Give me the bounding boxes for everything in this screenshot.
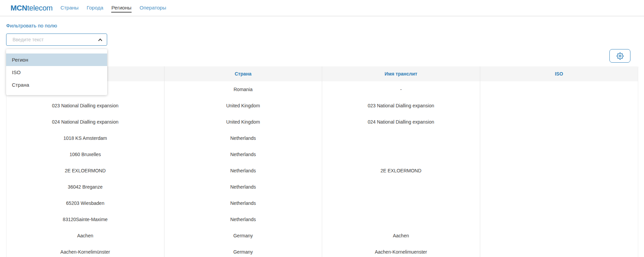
cell-region: 1060 Bruxelles: [6, 146, 164, 163]
cell-iso: [480, 114, 638, 130]
cell-iso: [480, 81, 638, 98]
table-row[interactable]: 1060 BruxellesNetherlands: [6, 146, 638, 163]
cell-iso: [480, 179, 638, 195]
nav-item-operators[interactable]: Операторы: [139, 3, 167, 13]
table-row[interactable]: 83120Sainte-MaximeNetherlands: [6, 211, 638, 228]
cell-region: 83120Sainte-Maxime: [6, 211, 164, 228]
table-row[interactable]: Aachen-KornelimünsterGermanyAachen-Korne…: [6, 244, 638, 257]
cell-country: Netherlands: [164, 179, 323, 195]
cell-country: Germany: [164, 228, 323, 244]
dropdown-option-region[interactable]: Регион: [6, 53, 107, 66]
top-nav-bar: MCNtelecom СтраныГородаРегионыОператоры: [0, 0, 644, 16]
cell-country: United Kingdom: [164, 114, 323, 130]
table-row[interactable]: AachenGermanyAachen: [6, 228, 638, 244]
table-row[interactable]: 1018 KS AmsterdamNetherlands: [6, 130, 638, 146]
cell-country: Netherlands: [164, 211, 323, 228]
cell-region: 023 National Dialling expansion: [6, 98, 164, 114]
chevron-up-icon[interactable]: [98, 37, 103, 42]
table-row[interactable]: 36042 BreganzeNetherlands: [6, 179, 638, 195]
dropdown-option-country[interactable]: Страна: [6, 79, 107, 91]
cell-iso: [480, 195, 638, 211]
filter-field-combobox[interactable]: [6, 34, 107, 46]
cell-name-translit: [322, 146, 480, 163]
brand-logo-bold: MCN: [11, 4, 27, 12]
cell-iso: [480, 98, 638, 114]
cell-name-translit: [322, 179, 480, 195]
table-row[interactable]: 2E EXLOERMONDNetherlands2E EXLOERMOND: [6, 163, 638, 179]
cell-iso: [480, 228, 638, 244]
nav-item-countries[interactable]: Страны: [60, 3, 79, 13]
cell-region: 2E EXLOERMOND: [6, 163, 164, 179]
column-header-iso[interactable]: ISO: [480, 66, 638, 81]
brand-logo[interactable]: MCNtelecom: [11, 4, 53, 13]
filter-field-input[interactable]: [12, 37, 98, 43]
cell-region: 36042 Breganze: [6, 179, 164, 195]
cell-country: Netherlands: [164, 195, 323, 211]
brand-logo-rest: telecom: [27, 4, 53, 12]
cell-iso: [480, 211, 638, 228]
cell-name-translit: 2E EXLOERMOND: [322, 163, 480, 179]
cell-region: Aachen: [6, 228, 164, 244]
cell-name-translit: Aachen-Kornelimuenster: [322, 244, 480, 257]
cell-name-translit: [322, 130, 480, 146]
cell-iso: [480, 163, 638, 179]
filter-options-dropdown: РегионISOСтрана: [6, 49, 107, 95]
gear-icon: [617, 52, 624, 60]
table-body: Romania-023 National Dialling expansionU…: [6, 81, 638, 257]
cell-name-translit: 024 National Dialling expansion: [322, 114, 480, 130]
dropdown-option-iso[interactable]: ISO: [6, 66, 107, 79]
cell-name-translit: 023 National Dialling expansion: [322, 98, 480, 114]
cell-region: 65203 Wiesbaden: [6, 195, 164, 211]
cell-country: Germany: [164, 244, 323, 257]
cell-name-translit: Aachen: [322, 228, 480, 244]
cell-iso: [480, 244, 638, 257]
cell-iso: [480, 146, 638, 163]
main-nav: СтраныГородаРегионыОператоры: [60, 0, 167, 16]
cell-region: 1018 KS Amsterdam: [6, 130, 164, 146]
cell-region: 024 National Dialling expansion: [6, 114, 164, 130]
table-settings-button[interactable]: [609, 49, 630, 63]
table-row[interactable]: 024 National Dialling expansionUnited Ki…: [6, 114, 638, 130]
column-header-name-translit[interactable]: Имя транслит: [322, 66, 480, 81]
nav-item-regions[interactable]: Регионы: [111, 3, 132, 13]
cell-iso: [480, 130, 638, 146]
table-row[interactable]: 65203 WiesbadenNetherlands: [6, 195, 638, 211]
cell-country: Netherlands: [164, 163, 323, 179]
cell-name-translit: [322, 195, 480, 211]
table-row[interactable]: 023 National Dialling expansionUnited Ki…: [6, 98, 638, 114]
nav-item-cities[interactable]: Города: [86, 3, 104, 13]
cell-region: Aachen-Kornelimünster: [6, 244, 164, 257]
column-header-country[interactable]: Страна: [164, 66, 323, 81]
cell-country: Romania: [164, 81, 323, 98]
cell-country: Netherlands: [164, 146, 323, 163]
cell-country: Netherlands: [164, 130, 323, 146]
cell-name-translit: [322, 211, 480, 228]
cell-country: United Kingdom: [164, 98, 323, 114]
filter-field-label: Фильтровать по полю: [6, 23, 57, 28]
cell-name-translit: -: [322, 81, 480, 98]
